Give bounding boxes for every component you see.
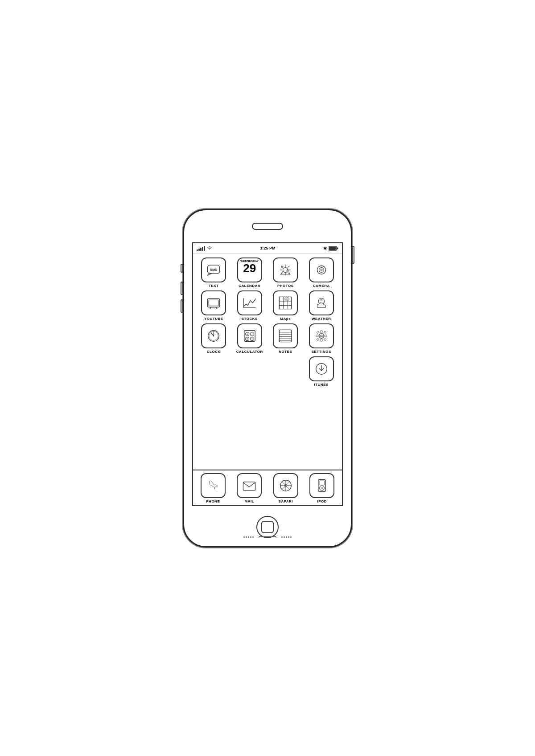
app-weather[interactable]: 75° WEATHER	[305, 290, 337, 321]
status-left	[197, 245, 212, 251]
signal-bar-2	[198, 249, 200, 251]
svg-rect-60	[316, 335, 318, 336]
app-row-4: ITUNES	[196, 356, 339, 387]
svg-text:-: -	[251, 332, 252, 335]
svg-rect-61	[325, 335, 327, 336]
dock-mail-label: MAIL	[244, 499, 254, 503]
svg-text:SMS: SMS	[210, 268, 217, 272]
volume-down-button[interactable]	[181, 299, 183, 313]
wifi-icon	[207, 245, 212, 251]
dock-ipod-icon	[309, 473, 334, 498]
clock-label: CLOCK	[207, 350, 221, 354]
app-stocks[interactable]: STOCKS	[234, 290, 266, 321]
maps-label: MAps	[280, 317, 291, 321]
svg-rect-64	[317, 338, 319, 341]
status-right: ✱	[323, 246, 338, 251]
dock-phone[interactable]: PHONE	[197, 473, 229, 503]
dock-ipod[interactable]: IPOD	[306, 473, 338, 503]
svg-rect-1	[329, 247, 336, 250]
svg-point-57	[321, 335, 322, 336]
svg-text:÷: ÷	[251, 337, 253, 340]
maps-icon: 280	[273, 290, 298, 315]
itunes-label: ITUNES	[314, 383, 329, 387]
calculator-icon: + - × ÷	[237, 323, 262, 348]
phone-body: 1:25 PM ✱	[183, 209, 352, 548]
app-notes[interactable]: NOTES	[269, 323, 301, 354]
dock-safari-icon	[273, 473, 298, 498]
app-youtube[interactable]: YOUTUBE	[198, 290, 230, 321]
svg-text:×: ×	[246, 337, 248, 340]
svg-rect-65	[324, 338, 326, 341]
settings-label: SETTINGS	[312, 350, 331, 354]
svg-text:280: 280	[285, 298, 289, 300]
svg-point-40	[213, 335, 214, 336]
weather-label: WEATHER	[312, 317, 331, 321]
svg-rect-58	[321, 330, 322, 332]
youtube-icon	[201, 290, 226, 315]
signal-bars	[197, 246, 205, 251]
stocks-label: STOCKS	[242, 317, 258, 321]
screen: 1:25 PM ✱	[192, 242, 343, 506]
notes-icon	[273, 323, 298, 348]
apps-grid: SMS TEXT WEDNESDAY 29	[193, 254, 342, 470]
apps-area: SMS TEXT WEDNESDAY 29	[193, 254, 342, 390]
svg-rect-59	[321, 339, 322, 341]
app-maps[interactable]: 280 MAps	[269, 290, 301, 321]
settings-icon	[309, 323, 334, 348]
dock-safari[interactable]: SAFARI	[270, 473, 302, 503]
volume-up-button[interactable]	[181, 282, 183, 295]
earpiece	[252, 223, 283, 230]
dock-mail[interactable]: MAIL	[233, 473, 265, 503]
photos-label: PHOTOS	[277, 284, 294, 288]
status-time: 1:25 PM	[260, 246, 275, 250]
dock-phone-icon	[201, 473, 226, 498]
svg-rect-63	[324, 331, 326, 333]
svg-rect-76	[319, 481, 325, 485]
dock: PHONE MAIL	[193, 470, 342, 505]
app-calendar[interactable]: WEDNESDAY 29 CALENDAR	[234, 257, 266, 288]
dock-phone-label: PHONE	[206, 499, 220, 503]
signal-bar-4	[202, 247, 203, 251]
app-calculator[interactable]: + - × ÷	[234, 323, 266, 354]
svg-point-77	[320, 486, 325, 490]
app-clock[interactable]: CLOCK	[198, 323, 230, 354]
photos-icon	[273, 257, 298, 282]
dock-ipod-label: IPOD	[317, 499, 327, 503]
notes-label: NOTES	[279, 350, 292, 354]
dock-mail-icon	[237, 473, 262, 498]
dock-safari-label: SAFARI	[279, 499, 293, 503]
svg-rect-50	[280, 330, 292, 342]
app-text[interactable]: SMS TEXT	[198, 257, 230, 288]
signal-bar-5	[204, 246, 205, 251]
app-camera[interactable]: CAMERA	[305, 257, 337, 288]
svg-line-13	[288, 266, 290, 267]
svg-point-19	[321, 270, 321, 270]
app-photos[interactable]: PHOTOS	[269, 257, 301, 288]
svg-text:+: +	[246, 332, 248, 335]
power-button[interactable]	[352, 246, 354, 264]
youtube-label: YOUTUBE	[204, 317, 223, 321]
calendar-icon: WEDNESDAY 29	[237, 257, 262, 282]
silent-button[interactable]	[181, 264, 183, 273]
svg-rect-62	[317, 331, 319, 333]
itunes-icon	[309, 356, 334, 381]
camera-label: CAMERA	[313, 284, 330, 288]
stocks-icon	[237, 290, 262, 315]
app-settings[interactable]: SETTINGS	[305, 323, 337, 354]
text-label: TEXT	[209, 284, 218, 288]
calculator-label: CALCULATOR	[236, 350, 263, 354]
calendar-label: CALENDAR	[239, 284, 260, 288]
bluetooth-icon: ✱	[323, 246, 327, 251]
home-button-inner	[261, 521, 274, 533]
svg-point-78	[321, 487, 323, 489]
status-bar: 1:25 PM ✱	[193, 243, 342, 254]
app-itunes[interactable]: ITUNES	[305, 356, 337, 387]
calendar-date: 29	[243, 262, 256, 274]
svg-rect-21	[209, 300, 218, 306]
svg-rect-68	[243, 482, 255, 490]
camera-icon	[309, 257, 334, 282]
app-row-3: CLOCK +	[196, 323, 339, 354]
svg-rect-2	[337, 247, 338, 249]
svg-point-56	[319, 333, 324, 338]
home-button[interactable]	[256, 516, 279, 538]
